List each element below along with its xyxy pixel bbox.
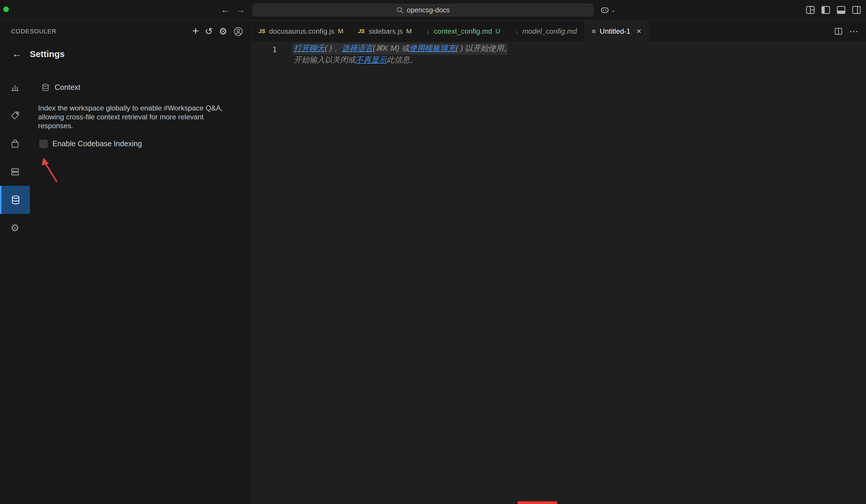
account-icon[interactable] (233, 26, 243, 37)
tab-label: docusaurus.config.js (269, 27, 334, 35)
settings-header: ← Settings (12, 48, 65, 59)
search-query-text: opencsg-docs (407, 6, 449, 14)
titlebar: ← → opencsg-docs ⌄ (0, 0, 866, 20)
tabbar-actions: ⋯ (826, 21, 866, 42)
copilot-icon (600, 5, 610, 15)
split-editor-icon[interactable] (834, 27, 843, 36)
sidebar-actions: + ↺ ⚙ (192, 26, 243, 37)
sidebar: CODESOULER + ↺ ⚙ ← Settings (0, 21, 252, 504)
untracked-badge: U (496, 27, 500, 35)
code-editor[interactable]: 1 打开聊天( ) 、选择语言(⌘K M) 或使用模板填充( ) 以开始使用。 … (252, 42, 866, 504)
customize-layout-icon[interactable] (806, 5, 815, 15)
tab-label: sidebars.js (368, 27, 403, 35)
settings-page-title: Settings (30, 49, 65, 59)
nav-item-tags[interactable] (0, 102, 30, 130)
line-number: 1 (252, 44, 277, 55)
nav-item-general-settings[interactable]: ⚙ (0, 214, 30, 242)
more-actions-icon[interactable]: ⋯ (850, 27, 858, 36)
search-icon (396, 7, 403, 14)
settings-gear-icon[interactable]: ⚙ (219, 26, 227, 37)
package-icon (10, 139, 20, 149)
history-icon[interactable]: ↺ (205, 26, 213, 37)
markdown-file-icon: ↓ (426, 28, 430, 35)
tabbar-spacer (649, 21, 826, 42)
tab-label: context_config.md (434, 27, 492, 35)
tab-label: Untitled-1 (600, 27, 630, 35)
titlebar-layout-controls (806, 5, 862, 15)
app-title: CODESOULER (11, 28, 192, 35)
tag-icon (10, 111, 20, 121)
javascript-file-icon: JS (258, 28, 265, 35)
editor-area: JS docusaurus.config.js M JS sidebars.js… (252, 21, 866, 504)
select-language-link[interactable]: 选择语言 (342, 44, 373, 53)
window-traffic-light[interactable] (3, 7, 9, 12)
nav-item-context[interactable] (0, 186, 30, 214)
checkbox-label: Enable Codebase Indexing (52, 139, 142, 148)
toggle-sidebar-right-icon[interactable] (852, 5, 862, 15)
placeholder-line-1: 打开聊天( ) 、选择语言(⌘K M) 或使用模板填充( ) 以开始使用。 (294, 43, 511, 54)
fill-template-link[interactable]: 使用模板填充 (409, 44, 456, 53)
modified-badge: M (406, 27, 412, 35)
text: (⌘K M) 或 (373, 44, 409, 53)
command-center-search[interactable]: opencsg-docs (252, 4, 593, 16)
chevron-down-icon: ⌄ (611, 4, 616, 15)
nav-item-providers[interactable] (0, 158, 30, 186)
toggle-sidebar-left-icon[interactable] (821, 5, 831, 15)
tab-untitled-1[interactable]: ≡ Untitled-1 ✕ (585, 21, 649, 42)
open-chat-link[interactable]: 打开聊天 (294, 44, 325, 53)
nav-back-button[interactable]: ← (219, 3, 232, 16)
tab-docusaurus-config-js[interactable]: JS docusaurus.config.js M (252, 21, 351, 42)
nav-item-models[interactable] (0, 130, 30, 158)
tab-model-config-md[interactable]: ↓ model_config.md (508, 21, 585, 42)
markdown-file-icon: ↓ (515, 28, 519, 35)
text: 开始输入以关闭或 (294, 55, 356, 64)
nav-item-usage[interactable] (0, 73, 30, 101)
context-section-header: Context (38, 73, 232, 101)
tab-context-config-md[interactable]: ↓ context_config.md U (419, 21, 508, 42)
dont-show-again-link[interactable]: 不再显示 (356, 55, 387, 64)
text: ( ) 以开始使用。 (456, 44, 512, 53)
plain-file-icon: ≡ (591, 28, 596, 35)
annotation-arrow (37, 157, 64, 184)
copilot-menu-button[interactable]: ⌄ (600, 4, 616, 15)
database-icon (11, 195, 21, 205)
app-window: ← → opencsg-docs ⌄ CODESOULER + ↺ ⚙ (0, 0, 866, 504)
text: ( ) 、 (325, 44, 342, 53)
main-layout: CODESOULER + ↺ ⚙ ← Settings (0, 21, 866, 504)
context-description: Index the workspace globally to enable #… (38, 104, 232, 130)
bar-chart-icon (10, 82, 20, 92)
tab-label: model_config.md (522, 27, 577, 35)
close-icon[interactable]: ✕ (636, 28, 642, 35)
annotation-red-line (518, 501, 557, 504)
context-section-title: Context (55, 83, 80, 92)
enable-indexing-row: Enable Codebase Indexing (38, 139, 232, 148)
text: 此信息。 (387, 55, 418, 64)
placeholder-line-2: 开始输入以关闭或不再显示此信息。 (294, 54, 417, 66)
back-arrow-button[interactable]: ← (12, 48, 22, 59)
tab-sidebars-js[interactable]: JS sidebars.js M (351, 21, 419, 42)
context-settings-panel: Context Index the workspace globally to … (38, 73, 232, 148)
modified-badge: M (338, 27, 343, 35)
new-chat-button[interactable]: + (192, 26, 199, 36)
gear-icon: ⚙ (10, 223, 19, 233)
enable-codebase-indexing-checkbox[interactable] (39, 140, 48, 148)
toggle-panel-bottom-icon[interactable] (836, 5, 846, 15)
database-icon (41, 83, 50, 92)
server-stack-icon (10, 167, 20, 177)
settings-nav-rail: ⚙ (0, 73, 30, 242)
nav-forward-button[interactable]: → (234, 3, 247, 16)
tab-bar: JS docusaurus.config.js M JS sidebars.js… (252, 21, 866, 42)
sidebar-header: CODESOULER + ↺ ⚙ (0, 21, 251, 42)
javascript-file-icon: JS (358, 28, 365, 35)
